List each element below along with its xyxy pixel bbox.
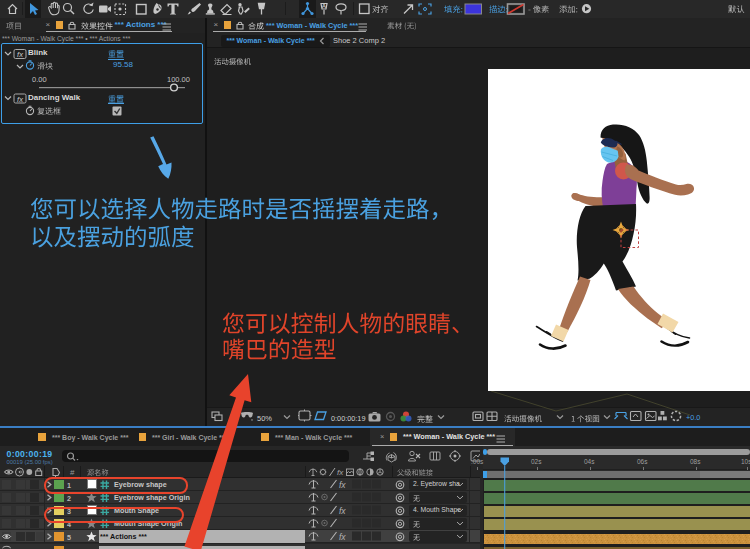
svg-text:fx: fx <box>339 506 346 516</box>
svg-text:fx: fx <box>17 50 23 59</box>
svg-text:fx: fx <box>17 95 23 104</box>
svg-text:A: A <box>322 3 327 9</box>
svg-text:fx: fx <box>337 468 344 477</box>
svg-text:fx: fx <box>339 532 346 542</box>
svg-text:#: # <box>70 468 75 477</box>
svg-text:fx: fx <box>339 480 346 490</box>
